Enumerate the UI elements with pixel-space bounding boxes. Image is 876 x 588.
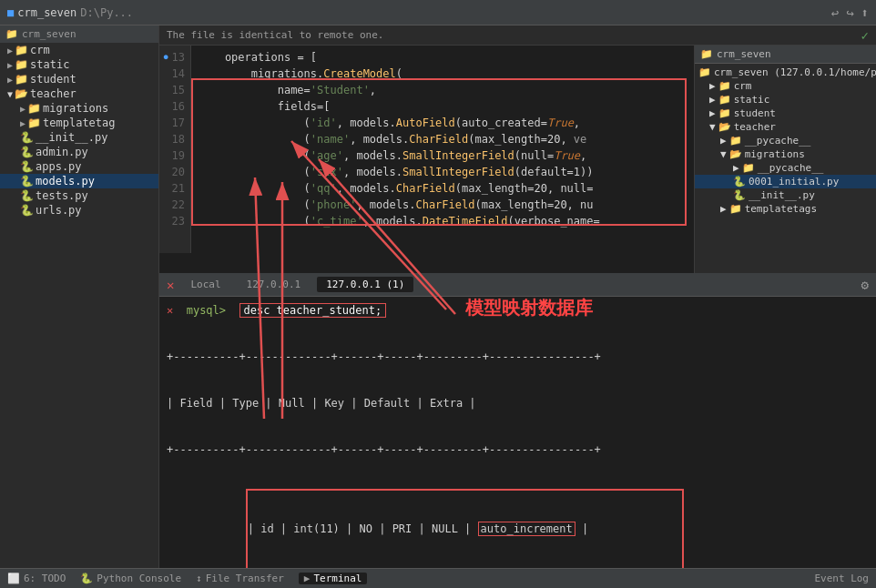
right-0001-label: 0001_initial.py xyxy=(749,176,839,188)
line-13: ●13 xyxy=(159,49,190,66)
right-panel: 📁 crm_seven 📁 crm_seven (127.0.0.1/home/… xyxy=(694,46,876,273)
sidebar-item-admin[interactable]: 🐍 admin.py xyxy=(0,145,158,159)
upload-icon[interactable]: ⬆ xyxy=(861,5,869,20)
transfer-icon: ↕ xyxy=(196,573,202,584)
terminal-x-icon[interactable]: ✕ xyxy=(167,278,174,292)
right-templatetags-label: templatetags xyxy=(745,203,817,215)
right-item-student[interactable]: ▶📁 student xyxy=(695,106,876,120)
right-item-init2[interactable]: 🐍 __init__.py xyxy=(695,188,876,202)
terminal-icon: ▶ xyxy=(304,573,311,584)
table-data-box: | id | int(11) | NO | PRI | NULL | auto_… xyxy=(246,489,684,568)
code-line-14: migrations.CreateModel( xyxy=(199,66,694,82)
status-event-log[interactable]: Event Log xyxy=(814,573,869,584)
line-21: 21 xyxy=(159,180,190,197)
sidebar-item-student[interactable]: ▶ 📁 student xyxy=(0,72,158,86)
todo-icon: ⬜ xyxy=(7,573,20,584)
auto-increment-highlight: auto_increment xyxy=(478,522,576,536)
tab-127[interactable]: 127.0.0.1 xyxy=(238,277,311,292)
table-header: | Field | Type | Null | Key | Default | … xyxy=(167,396,869,411)
tests-label: tests.py xyxy=(36,189,88,202)
line-22: 22 xyxy=(159,197,190,213)
static-folder-icon: 📁 xyxy=(15,58,28,71)
right-item-static[interactable]: ▶📁 static xyxy=(695,93,876,106)
right-item-pycache2[interactable]: ▶📁 __pycache__ xyxy=(695,161,876,175)
sidebar-item-init[interactable]: 🐍 __init__.py xyxy=(0,130,158,145)
tab-127-1[interactable]: 127.0.0.1 (1) xyxy=(317,277,413,292)
right-item-teacher[interactable]: ▼📂 teacher xyxy=(695,120,876,134)
code-line-20: ('sex', models.SmallIntegerField(default… xyxy=(199,164,694,180)
annotation-text: 模型映射数据库 xyxy=(465,297,593,319)
sidebar-item-crm[interactable]: ▶ 📁 crm xyxy=(0,43,158,57)
app-icon: ■ xyxy=(7,6,14,19)
right-panel-header: 📁 crm_seven xyxy=(695,46,876,64)
table-top-border: +----------+-------------+------+-----+-… xyxy=(167,350,869,365)
crm-folder-icon: 📁 xyxy=(15,44,28,56)
teacher-label: teacher xyxy=(30,87,76,100)
sidebar-item-static[interactable]: ▶ 📁 static xyxy=(0,57,158,72)
right-crm_seven-label: crm_seven (127.0.0.1/home/p xyxy=(714,66,876,78)
transfer-label: File Transfer xyxy=(206,573,284,584)
terminal-command-line: ✕ mysql> desc teacher_student; 模型映射数据库 xyxy=(167,300,869,319)
code-line-22: ('phone', models.CharField(max_length=20… xyxy=(199,197,694,213)
info-text: The file is identical to remote one. xyxy=(167,29,383,41)
sidebar-item-urls[interactable]: 🐍 urls.py xyxy=(0,203,158,218)
status-python[interactable]: 🐍 Python Console xyxy=(80,573,181,584)
models-label: models.py xyxy=(36,175,95,188)
sidebar-item-migrations[interactable]: ▶ 📁 migrations xyxy=(0,101,158,116)
right-item-migrations[interactable]: ▼📂 migrations xyxy=(695,147,876,161)
sidebar-item-models[interactable]: 🐍 models.py xyxy=(0,174,158,188)
python-label: Python Console xyxy=(97,573,181,584)
event-log-label: Event Log xyxy=(814,573,869,584)
right-item-crm_seven[interactable]: 📁 crm_seven (127.0.0.1/home/p xyxy=(695,66,876,79)
todo-label: 6: TODO xyxy=(24,573,66,584)
line-20: 20 xyxy=(159,164,190,180)
student-folder-icon: 📁 xyxy=(15,73,28,86)
undo-icon[interactable]: ↩ xyxy=(831,5,839,20)
status-transfer[interactable]: ↕ File Transfer xyxy=(196,573,284,584)
static-label: static xyxy=(30,58,69,71)
sidebar-title: crm_seven xyxy=(22,28,76,40)
right-pycache1-label: __pycache__ xyxy=(745,135,811,147)
models-py-icon: 🐍 xyxy=(20,175,34,188)
terminal-table: +----------+-------------+------+-----+-… xyxy=(167,319,869,568)
terminal-command: desc teacher_student; xyxy=(239,303,393,318)
right-item-0001[interactable]: 🐍 0001_initial.py xyxy=(695,175,876,188)
admin-py-icon: 🐍 xyxy=(20,146,34,158)
right-item-pycache1[interactable]: ▶📁 __pycache__ xyxy=(695,134,876,147)
code-line-23: ('c_time', models.DateTimeField(verbose_… xyxy=(199,213,694,229)
code-line-16: fields=[ xyxy=(199,98,694,115)
sidebar-header: 📁 crm_seven xyxy=(0,25,158,43)
status-terminal[interactable]: ▶ Terminal xyxy=(299,573,368,584)
tab-local[interactable]: Local xyxy=(181,277,229,292)
sidebar-item-teacher[interactable]: ▼ 📂 teacher xyxy=(0,86,158,101)
code-line-19: ('age', models.SmallIntegerField(null=Tr… xyxy=(199,147,694,164)
sidebar-item-apps[interactable]: 🐍 apps.py xyxy=(0,159,158,174)
terminal-content: ✕ mysql> desc teacher_student; 模型映射数据库 +… xyxy=(159,297,876,568)
command-highlight: desc teacher_student; xyxy=(239,303,387,318)
line-19: 19 xyxy=(159,147,190,164)
code-content: operations = [ migrations.CreateModel( n… xyxy=(191,46,694,253)
templatetag-label: templatetag xyxy=(43,117,115,129)
right-item-crm[interactable]: ▶📁 crm xyxy=(695,79,876,93)
sidebar-item-tests[interactable]: 🐍 tests.py xyxy=(0,188,158,203)
right-item-templatetags[interactable]: ▶📁 templatetags xyxy=(695,202,876,216)
terminal-gear-icon[interactable]: ⚙ xyxy=(861,278,869,292)
redo-icon[interactable]: ↪ xyxy=(846,5,853,20)
line-15: 15 xyxy=(159,82,190,98)
app-title: crm_seven xyxy=(17,6,76,19)
sidebar-item-templatetag[interactable]: ▶ 📁 templatetag xyxy=(0,116,158,130)
editor-info-bar: The file is identical to remote one. ✓ xyxy=(159,25,876,46)
line-17: 17 xyxy=(159,115,190,131)
line-16: 16 xyxy=(159,98,190,115)
code-line-21: ('qq', models.CharField(max_length=20, n… xyxy=(199,180,694,197)
app-path: D:\Py... xyxy=(80,6,133,19)
tests-py-icon: 🐍 xyxy=(20,189,34,202)
code-line-17: ('id', models.AutoField(auto_created=Tru… xyxy=(199,115,694,131)
table-row-id: | id | int(11) | NO | PRI | NULL | auto_… xyxy=(248,522,682,537)
right-panel-icon: 📁 xyxy=(700,48,713,60)
init-py-icon: 🐍 xyxy=(20,131,34,144)
terminal-prompt: mysql> xyxy=(179,304,232,317)
crm-label: crm xyxy=(30,44,50,56)
status-todo[interactable]: ⬜ 6: TODO xyxy=(7,573,66,584)
right-static-label: static xyxy=(734,94,770,106)
